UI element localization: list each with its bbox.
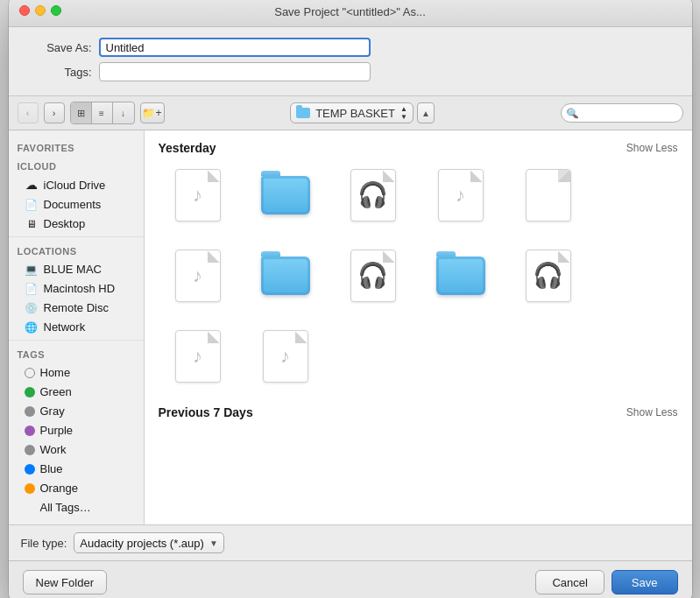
icloud-drive-icon: ☁ <box>25 178 39 192</box>
file-item[interactable]: ♪ <box>421 164 500 230</box>
audacity-file-icon: 🎧 <box>350 250 396 302</box>
file-icon-area <box>258 167 314 223</box>
sidebar-item-purple[interactable]: Purple <box>12 421 140 440</box>
documents-label: Documents <box>44 198 102 211</box>
yesterday-show-less[interactable]: Show Less <box>626 142 678 154</box>
cancel-button[interactable]: Cancel <box>535 570 604 594</box>
music-note-icon: ♪ <box>193 264 202 287</box>
macintosh-hd-icon: 📄 <box>25 283 39 295</box>
tags-label: Tags: <box>26 66 92 79</box>
search-input[interactable] <box>561 103 683 123</box>
yesterday-row1: ♪ <box>159 164 678 230</box>
save-as-input[interactable] <box>99 38 371 57</box>
sidebar-item-network[interactable]: 🌐 Network <box>12 318 140 336</box>
music-file-icon: ♪ <box>438 169 484 222</box>
file-item[interactable] <box>509 164 588 230</box>
file-type-select[interactable]: Audacity projects (*.aup) ▼ <box>74 532 224 553</box>
sidebar-item-desktop[interactable]: 🖥 Desktop <box>12 215 140 233</box>
folder-file-icon <box>261 257 310 295</box>
sidebar-item-documents[interactable]: 📄 Documents <box>12 195 140 214</box>
minimize-button[interactable] <box>35 5 46 16</box>
music-file-icon: ♪ <box>175 169 221 222</box>
new-folder-toolbar-button[interactable]: 📁+ <box>140 102 165 123</box>
sidebar-item-macintosh-hd[interactable]: 📄 Macintosh HD <box>12 279 140 298</box>
file-item[interactable]: ♪ <box>246 325 325 391</box>
icon-view-icon: ⊞ <box>77 108 85 119</box>
file-item[interactable]: 🎧 <box>334 164 413 230</box>
file-item[interactable] <box>246 244 325 311</box>
file-item[interactable]: ♪ <box>159 164 237 230</box>
sidebar-item-gray[interactable]: Gray <box>12 402 140 420</box>
file-icon-area <box>433 248 489 304</box>
file-item[interactable] <box>246 164 325 230</box>
save-button[interactable]: Save <box>612 570 678 594</box>
divider-locations <box>9 236 144 237</box>
bottom-bar: File type: Audacity projects (*.aup) ▼ <box>9 524 692 560</box>
sidebar-item-home[interactable]: Home <box>12 363 140 382</box>
file-type-value: Audacity projects (*.aup) <box>80 537 204 550</box>
blue-tag-dot <box>25 464 35 475</box>
right-buttons: Cancel Save <box>535 570 677 594</box>
file-item[interactable]: ♪ <box>159 244 237 311</box>
file-item[interactable]: ♪ <box>159 325 237 391</box>
folder-dropdown[interactable]: TEMP BASKET ▲ ▼ <box>290 102 414 123</box>
back-button[interactable]: ‹ <box>18 102 39 123</box>
work-tag-label: Work <box>40 443 67 456</box>
arrow-up-icon: ▲ <box>400 106 407 113</box>
previous7-show-less[interactable]: Show Less <box>626 406 678 419</box>
new-folder-button[interactable]: New Folder <box>23 570 107 594</box>
tags-input[interactable] <box>99 62 371 81</box>
audacity-file-icon: 🎧 <box>350 169 396 222</box>
file-icon-area: ♪ <box>433 167 489 223</box>
expand-button[interactable]: ▲ <box>417 102 435 123</box>
new-folder-icon: 📁+ <box>142 107 161 119</box>
gray-tag-label: Gray <box>40 405 65 418</box>
yesterday-title: Yesterday <box>159 141 216 155</box>
remote-disc-label: Remote Disc <box>44 301 109 314</box>
sidebar-item-blue-mac[interactable]: 💻 BLUE MAC <box>12 260 140 278</box>
file-item[interactable]: 🎧 <box>334 244 413 311</box>
file-item[interactable] <box>421 244 500 311</box>
save-dialog: Save Project "<untitled>" As... Save As:… <box>9 0 692 598</box>
network-icon: 🌐 <box>25 321 39 334</box>
sidebar: Favorites iCloud ☁ iCloud Drive 📄 Docume… <box>9 130 145 524</box>
icon-view-button[interactable]: ⊞ <box>71 102 92 123</box>
purple-tag-dot <box>25 426 35 436</box>
sidebar-item-green[interactable]: Green <box>12 383 140 401</box>
forward-button[interactable]: › <box>44 102 65 123</box>
sidebar-item-all-tags[interactable]: All Tags… <box>12 498 140 517</box>
gray-tag-dot <box>25 406 35 417</box>
folder-select-area: TEMP BASKET ▲ ▼ ▲ <box>170 102 555 123</box>
forward-icon: › <box>53 108 56 118</box>
maximize-button[interactable] <box>51 5 61 16</box>
file-icon-area: ♪ <box>170 248 226 304</box>
folder-icon-inner <box>439 259 483 292</box>
file-browser: Yesterday Show Less ♪ <box>145 130 692 524</box>
sidebar-item-orange[interactable]: Orange <box>12 479 140 497</box>
yesterday-header-row: Yesterday Show Less <box>159 141 678 155</box>
music-note-icon: ♪ <box>456 184 465 207</box>
home-tag-dot <box>25 368 35 378</box>
list-view-icon: ≡ <box>99 109 104 118</box>
back-icon: ‹ <box>26 108 30 118</box>
extra-view-icon: ↓ <box>121 109 125 118</box>
icloud-header: iCloud <box>9 156 144 174</box>
audacity-file-icon: 🎧 <box>526 250 571 302</box>
extra-view-button[interactable]: ↓ <box>113 102 134 123</box>
close-button[interactable] <box>19 5 30 16</box>
file-icon-area: ♪ <box>170 167 226 223</box>
favorites-header: Favorites <box>9 137 144 156</box>
macintosh-hd-label: Macintosh HD <box>44 282 116 295</box>
file-type-dropdown-icon: ▼ <box>209 538 218 548</box>
sidebar-item-remote-disc[interactable]: 💿 Remote Disc <box>12 299 140 317</box>
blue-mac-label: BLUE MAC <box>44 263 102 276</box>
work-tag-dot <box>25 445 35 455</box>
file-item[interactable]: 🎧 <box>509 244 588 311</box>
desktop-icon: 🖥 <box>25 218 39 230</box>
headphone-icon: 🎧 <box>357 264 388 288</box>
documents-icon: 📄 <box>25 199 39 211</box>
list-view-button[interactable]: ≡ <box>92 102 113 123</box>
sidebar-item-work[interactable]: Work <box>12 440 140 459</box>
sidebar-item-blue[interactable]: Blue <box>12 460 140 478</box>
sidebar-item-icloud-drive[interactable]: ☁ iCloud Drive <box>12 175 140 194</box>
